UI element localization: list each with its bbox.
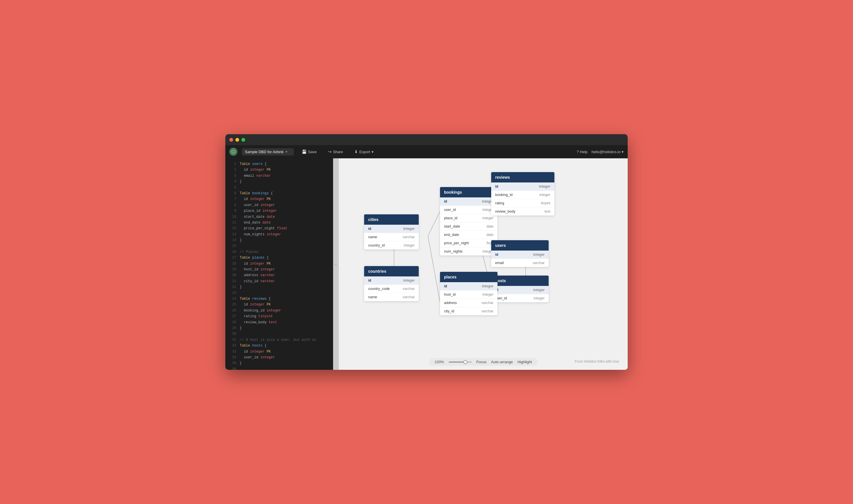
- table-row: namevarchar: [364, 233, 419, 241]
- code-line: 10 start_date date: [225, 214, 333, 220]
- table-row: city_idvarchar: [440, 307, 497, 315]
- code-line: 2 id integer PK: [225, 167, 333, 173]
- code-line: 12 price_per_night float: [225, 226, 333, 231]
- question-icon: ?: [576, 150, 579, 154]
- table-row: emailvarchar: [491, 258, 549, 267]
- chevron-down-icon: ▾: [286, 150, 287, 154]
- table-header-hosts: hosts: [491, 275, 549, 286]
- table-row: namevarchar: [364, 293, 419, 301]
- code-line: 1Table users {: [225, 161, 333, 167]
- code-line: 24Table reviews {: [225, 296, 333, 302]
- table-row: review_bodytext: [491, 207, 554, 216]
- table-col-header: idinteger: [491, 182, 554, 191]
- table-row: end_datedate: [440, 231, 497, 239]
- help-button[interactable]: ? Help: [576, 150, 587, 154]
- code-line: 35}: [225, 360, 333, 366]
- minimize-button[interactable]: [235, 138, 239, 142]
- code-line: 4}: [225, 179, 333, 184]
- table-header-countries: countries: [364, 266, 419, 276]
- panel-collapse-button[interactable]: ‹: [333, 158, 339, 370]
- zoom-level: 100%: [434, 360, 444, 364]
- table-hosts[interactable]: hosts idinteger user_idinteger: [491, 275, 549, 302]
- code-line: 23: [225, 290, 333, 296]
- chevron-down-icon: ▾: [372, 150, 374, 154]
- code-line: 11 end_date date: [225, 220, 333, 226]
- save-button[interactable]: 💾 Save: [298, 148, 320, 156]
- table-places[interactable]: places idinteger host_idinteger addressv…: [440, 272, 497, 315]
- bottom-toolbar: 100% Focus Auto-arrange Highlight: [429, 358, 538, 366]
- code-line: 16// Places: [225, 249, 333, 255]
- chevron-down-icon: ▾: [622, 150, 624, 154]
- project-name: Sample DBD for Airbnb: [245, 150, 283, 154]
- table-row: host_idinteger: [440, 290, 497, 299]
- code-line: 17Table places {: [225, 255, 333, 260]
- table-row: ratingtinyint: [491, 199, 554, 207]
- svg-line-8: [428, 236, 440, 302]
- table-row: price_per_nightfloat: [440, 239, 497, 247]
- code-line: 15: [225, 243, 333, 249]
- svg-line-5: [428, 212, 440, 236]
- code-line: 32Table hosts {: [225, 343, 333, 348]
- table-countries[interactable]: countries idinteger country_codevarchar …: [364, 266, 419, 301]
- code-line: 8 user_id integer: [225, 202, 333, 208]
- code-line: 30: [225, 331, 333, 337]
- code-line: 13 num_nights integer: [225, 232, 333, 237]
- project-selector[interactable]: Sample DBD for Airbnb ▾: [242, 148, 294, 156]
- table-row: start_datedate: [440, 222, 497, 231]
- code-line: 36: [225, 366, 333, 370]
- table-row: addressvarchar: [440, 299, 497, 307]
- table-cities[interactable]: cities idinteger namevarchar country_idi…: [364, 214, 419, 249]
- table-reviews[interactable]: reviews idinteger booking_idinteger rati…: [491, 172, 554, 216]
- code-line: 29}: [225, 325, 333, 331]
- table-header-reviews: reviews: [491, 172, 554, 182]
- code-panel[interactable]: 1Table users { 2 id integer PK 3 email v…: [225, 158, 333, 370]
- table-bookings[interactable]: bookings idinteger user_idinteger place_…: [440, 187, 497, 255]
- export-button[interactable]: ⬇ Export ▾: [351, 148, 377, 156]
- toolbar-right: ? Help hello@holistics.io ▾: [576, 150, 624, 154]
- table-row: country_idinteger: [364, 241, 419, 249]
- table-row: user_idinteger: [491, 294, 549, 302]
- table-users[interactable]: users idinteger emailvarchar: [491, 240, 549, 267]
- focus-button[interactable]: Focus: [476, 360, 486, 364]
- code-line: 28 review_body text: [225, 320, 333, 325]
- highlight-button[interactable]: Highlight: [517, 360, 532, 364]
- table-col-header: idinteger: [364, 276, 419, 285]
- share-button[interactable]: ↪ Share: [325, 148, 346, 156]
- table-col-header: idinteger: [440, 282, 497, 290]
- export-icon: ⬇: [354, 149, 358, 154]
- zoom-slider[interactable]: [449, 361, 472, 363]
- table-header-users: users: [491, 240, 549, 251]
- code-line: 20 address varchar: [225, 272, 333, 278]
- share-icon: ↪: [328, 149, 332, 154]
- code-line: 34 user_id integer: [225, 355, 333, 360]
- table-row: user_idinteger: [440, 205, 497, 214]
- code-line: 31// A host is also a user, but with ac: [225, 337, 333, 343]
- logo-icon: [229, 148, 237, 156]
- code-line: 14}: [225, 237, 333, 243]
- table-header-bookings: bookings: [440, 187, 497, 197]
- table-row: place_idinteger: [440, 214, 497, 222]
- code-line: 25 id integer PK: [225, 302, 333, 307]
- code-line: 27 rating tinyint: [225, 313, 333, 319]
- code-line: 26 booking_id integer: [225, 308, 333, 313]
- titlebar: [225, 134, 628, 145]
- code-line: 3 email varchar: [225, 173, 333, 179]
- user-menu[interactable]: hello@holistics.io ▾: [591, 150, 624, 154]
- code-line: 7 id integer PK: [225, 196, 333, 202]
- code-line: 5: [225, 185, 333, 191]
- code-line: 21 city_id varchar: [225, 278, 333, 284]
- diagram-panel[interactable]: bookings idinteger user_idinteger place_…: [339, 158, 628, 370]
- credits-text: From Holistics folks with love: [575, 359, 619, 363]
- table-col-header: idinteger: [440, 197, 497, 205]
- table-col-header: idinteger: [491, 251, 549, 258]
- close-button[interactable]: [229, 138, 233, 142]
- code-line: 22}: [225, 284, 333, 290]
- table-row: booking_idinteger: [491, 191, 554, 199]
- maximize-button[interactable]: [242, 138, 245, 142]
- code-line: 19 host_id integer: [225, 267, 333, 272]
- table-header-places: places: [440, 272, 497, 282]
- toolbar: Sample DBD for Airbnb ▾ 💾 Save ↪ Share ⬇…: [225, 145, 628, 158]
- table-row: country_codevarchar: [364, 285, 419, 293]
- auto-arrange-button[interactable]: Auto-arrange: [491, 360, 513, 364]
- table-col-header: idinteger: [491, 286, 549, 294]
